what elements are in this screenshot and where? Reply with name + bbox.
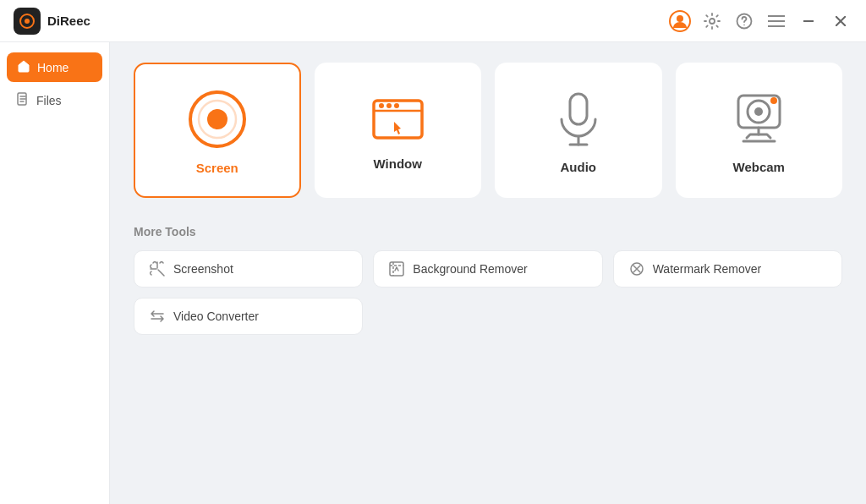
webcam-card[interactable]: Webcam	[676, 63, 843, 198]
background-remover-icon	[389, 261, 404, 277]
files-icon	[17, 92, 30, 108]
watermark-remover-label: Watermark Remover	[653, 262, 762, 276]
more-tools-section: More Tools Screenshot	[134, 225, 842, 335]
sidebar-item-files[interactable]: Files	[7, 85, 102, 115]
screenshot-tool[interactable]: Screenshot	[134, 250, 363, 288]
svg-point-25	[754, 107, 763, 116]
watermark-remover-icon	[629, 261, 644, 277]
sidebar-item-home[interactable]: Home	[7, 52, 102, 82]
window-card[interactable]: Window	[315, 63, 482, 198]
screen-card-label: Screen	[196, 161, 238, 175]
svg-point-1	[677, 15, 683, 22]
screen-icon	[188, 90, 247, 149]
audio-card[interactable]: Audio	[495, 63, 662, 198]
screen-card[interactable]: Screen	[134, 63, 301, 198]
sidebar-item-files-label: Files	[36, 94, 62, 107]
titlebar: DiReec	[0, 0, 866, 42]
app-logo	[14, 8, 41, 35]
window-card-label: Window	[374, 156, 422, 171]
audio-icon	[553, 90, 604, 148]
svg-point-18	[386, 103, 392, 108]
webcam-card-label: Webcam	[733, 160, 785, 174]
titlebar-controls	[668, 9, 852, 33]
menu-icon[interactable]	[765, 9, 788, 33]
recording-cards: Screen Window	[134, 63, 842, 198]
help-icon[interactable]	[732, 9, 756, 33]
window-icon	[370, 94, 425, 145]
content-area: Screen Window	[110, 42, 866, 504]
more-tools-title: More Tools	[134, 225, 842, 238]
tools-grid: Screenshot Background Remover	[134, 250, 842, 335]
webcam-icon	[732, 90, 787, 148]
logo-dot	[25, 19, 30, 24]
sidebar-item-home-label: Home	[37, 61, 69, 74]
main-layout: Home Files	[0, 42, 866, 504]
app-name: DiReec	[47, 14, 90, 28]
svg-point-19	[394, 103, 399, 108]
minimize-button[interactable]	[797, 9, 820, 33]
svg-point-14	[207, 109, 227, 129]
svg-point-4	[743, 24, 745, 25]
app-branding: DiReec	[14, 8, 90, 35]
screenshot-label: Screenshot	[173, 262, 233, 276]
svg-point-17	[379, 103, 384, 108]
svg-point-26	[770, 97, 777, 104]
audio-card-label: Audio	[561, 160, 597, 174]
logo-ring	[19, 14, 35, 29]
screenshot-icon	[150, 261, 165, 277]
video-converter-tool[interactable]: Video Converter	[134, 298, 363, 335]
svg-line-30	[158, 270, 164, 276]
background-remover-label: Background Remover	[413, 262, 527, 276]
watermark-remover-tool[interactable]: Watermark Remover	[613, 250, 842, 288]
background-remover-tool[interactable]: Background Remover	[373, 250, 602, 288]
sidebar: Home Files	[0, 42, 110, 504]
profile-icon[interactable]	[668, 9, 692, 33]
video-converter-label: Video Converter	[173, 310, 259, 323]
home-icon	[17, 59, 30, 75]
close-button[interactable]	[829, 9, 852, 33]
svg-rect-20	[570, 94, 587, 124]
video-converter-icon	[150, 309, 165, 324]
settings-icon[interactable]	[700, 9, 724, 33]
svg-point-2	[710, 19, 715, 24]
svg-rect-31	[390, 262, 403, 276]
